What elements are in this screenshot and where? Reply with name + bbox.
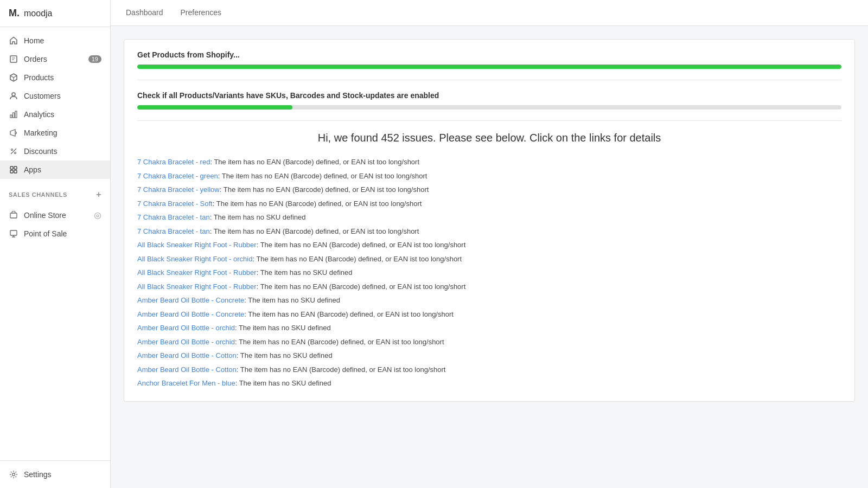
content-area: Get Products from Shopify... Check if al… [111,26,868,488]
sidebar-item-apps[interactable]: Apps [0,160,110,179]
issue-description: : The item has no EAN (Barcode) defined,… [257,282,466,291]
main-nav: Home Orders 19 Products Customers [0,27,110,183]
issue-item: All Black Sneaker Right Foot - Rubber: T… [137,238,841,252]
issue-description: : The item has no SKU defined [244,296,340,304]
issue-link[interactable]: 7 Chakra Bracelet - Soft [137,200,213,208]
issue-item: Amber Beard Oil Bottle - Concrete: The i… [137,293,841,307]
issue-link[interactable]: Amber Beard Oil Bottle - Concrete [137,310,244,318]
sidebar-item-point-of-sale[interactable]: Point of Sale [0,224,110,243]
issue-description: : The item has no EAN (Barcode) defined,… [213,200,422,208]
online-store-icon [9,210,18,220]
sidebar-item-analytics-label: Analytics [24,110,54,119]
issue-link[interactable]: 7 Chakra Bracelet - red [137,158,210,166]
svg-rect-14 [10,230,17,235]
issue-description: : The item has no EAN (Barcode) defined,… [218,172,427,180]
sidebar-item-pos-label: Point of Sale [24,229,67,238]
sidebar-item-products[interactable]: Products [0,68,110,87]
issue-item: All Black Sneaker Right Foot - Rubber: T… [137,266,841,280]
issue-item: Amber Beard Oil Bottle - Cotton: The ite… [137,363,841,377]
issue-description: : The item has no EAN (Barcode) defined,… [210,227,419,235]
svg-rect-3 [13,113,15,118]
issue-description: : The item has no EAN (Barcode) defined,… [237,365,446,374]
svg-point-13 [97,215,99,217]
issue-description: : The item has no SKU defined [257,268,353,277]
issue-item: 7 Chakra Bracelet - tan: The item has no… [137,210,841,224]
issue-item: 7 Chakra Bracelet - yellow: The item has… [137,183,841,197]
sidebar: M. moodja Home Orders 19 Products [0,0,111,488]
online-store-settings-icon[interactable] [94,211,101,220]
sidebar-item-settings[interactable]: Settings [0,465,110,484]
issue-item: Amber Beard Oil Bottle - Cotton: The ite… [137,349,841,363]
issue-description: : The item has no EAN (Barcode) defined,… [210,158,419,166]
issue-description: : The item has no EAN (Barcode) defined,… [244,310,454,318]
analytics-icon [9,110,18,119]
svg-rect-10 [14,170,17,173]
issues-list: 7 Chakra Bracelet - red: The item has no… [137,155,841,390]
main-content: Dashboard Preferences Get Products from … [111,0,868,488]
sidebar-item-customers-label: Customers [24,92,61,100]
point-of-sale-icon [9,229,18,239]
svg-point-6 [15,152,16,154]
issue-link[interactable]: Amber Beard Oil Bottle - Cotton [137,351,237,359]
issue-link[interactable]: All Black Sneaker Right Foot - Rubber [137,282,257,291]
check-progress-fill [137,105,292,110]
sales-channels-label: SALES CHANNELS + [0,183,110,202]
sidebar-item-orders-label: Orders [24,55,47,63]
sidebar-item-marketing-label: Marketing [24,129,57,137]
orders-badge: 19 [88,55,101,63]
section-divider-1 [137,80,841,80]
svg-rect-4 [15,111,17,118]
sidebar-item-discounts-label: Discounts [24,147,57,156]
issue-item: All Black Sneaker Right Foot - orchid: T… [137,252,841,266]
issue-item: 7 Chakra Bracelet - tan: The item has no… [137,224,841,239]
issue-link[interactable]: 7 Chakra Bracelet - yellow [137,185,220,194]
top-bar: Dashboard Preferences [111,0,868,26]
issue-description: : The item has no EAN (Barcode) defined,… [220,185,429,194]
issue-link[interactable]: 7 Chakra Bracelet - tan [137,213,210,221]
issue-description: : The item has no SKU defined [235,379,331,387]
svg-rect-2 [10,115,12,118]
sidebar-item-orders[interactable]: Orders 19 [0,50,110,68]
sidebar-item-home[interactable]: Home [0,31,110,50]
issue-link[interactable]: All Black Sneaker Right Foot - orchid [137,255,252,263]
issue-link[interactable]: All Black Sneaker Right Foot - Rubber [137,241,257,249]
apps-icon [9,165,18,175]
issue-item: Amber Beard Oil Bottle - orchid: The ite… [137,321,841,335]
add-sales-channel-icon[interactable]: + [96,190,101,200]
sidebar-item-online-store-label: Online Store [24,211,66,220]
sidebar-item-analytics[interactable]: Analytics [0,105,110,124]
sidebar-logo: M. moodja [0,0,110,27]
issue-item: 7 Chakra Bracelet - red: The item has no… [137,155,841,169]
svg-point-1 [12,93,15,96]
sidebar-item-discounts[interactable]: Discounts [0,142,110,160]
check-section-title: Check if all Products/Variants have SKUs… [137,91,841,100]
sidebar-item-online-store[interactable]: Online Store [0,206,110,224]
logo-name: moodja [24,9,52,18]
orders-icon [9,54,18,64]
marketing-icon [9,128,18,138]
tab-dashboard[interactable]: Dashboard [124,1,165,25]
issue-link[interactable]: All Black Sneaker Right Foot - Rubber [137,268,257,277]
svg-rect-0 [10,56,17,62]
products-icon [9,73,18,82]
issue-description: : The item has no SKU defined [210,213,306,221]
issue-item: Amber Beard Oil Bottle - Concrete: The i… [137,307,841,322]
sidebar-item-customers[interactable]: Customers [0,87,110,105]
sidebar-item-marketing[interactable]: Marketing [0,124,110,142]
sales-channels-nav: Online Store Point of Sale [0,202,110,247]
issue-link[interactable]: 7 Chakra Bracelet - tan [137,227,210,235]
issue-link[interactable]: 7 Chakra Bracelet - green [137,172,218,180]
svg-point-5 [11,149,13,151]
issue-link[interactable]: Amber Beard Oil Bottle - Cotton [137,365,237,374]
issue-link[interactable]: Amber Beard Oil Bottle - orchid [137,338,235,346]
svg-rect-8 [14,166,17,169]
issue-link[interactable]: Amber Beard Oil Bottle - orchid [137,324,235,332]
issue-link[interactable]: Amber Beard Oil Bottle - Concrete [137,296,244,304]
issue-description: : The item has no SKU defined [237,351,333,359]
tab-preferences[interactable]: Preferences [178,1,224,25]
logo-letter: M. [9,8,20,19]
issue-link[interactable]: Anchor Bracelet For Men - blue [137,379,235,387]
customers-icon [9,91,18,101]
issue-description: : The item has no EAN (Barcode) defined,… [257,241,466,249]
discounts-icon [9,146,18,156]
